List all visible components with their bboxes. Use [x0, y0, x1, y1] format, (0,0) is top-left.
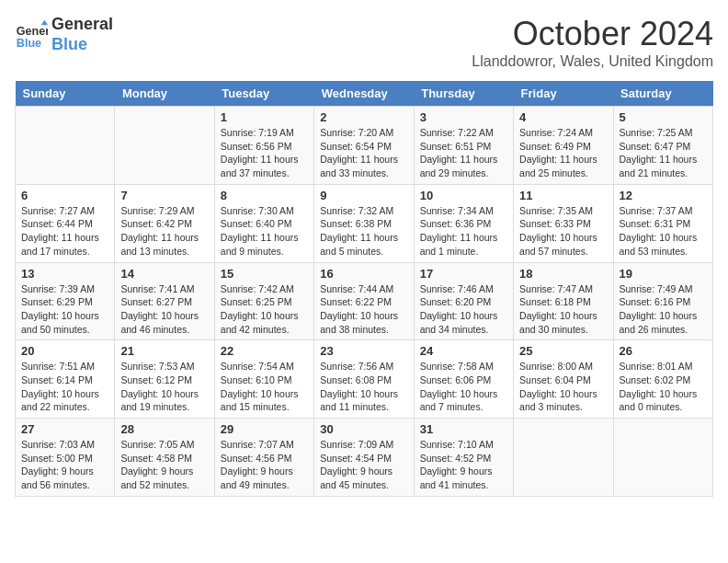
day-info: Sunrise: 7:24 AM Sunset: 6:49 PM Dayligh…: [519, 126, 607, 180]
day-cell: 14Sunrise: 7:41 AM Sunset: 6:27 PM Dayli…: [115, 262, 214, 340]
day-cell: 23Sunrise: 7:56 AM Sunset: 6:08 PM Dayli…: [314, 340, 414, 419]
day-number: 13: [21, 267, 108, 281]
day-info: Sunrise: 8:00 AM Sunset: 6:04 PM Dayligh…: [519, 360, 607, 414]
day-info: Sunrise: 7:41 AM Sunset: 6:27 PM Dayligh…: [120, 282, 208, 337]
day-header-thursday: Thursday: [414, 81, 513, 107]
day-number: 24: [420, 344, 507, 358]
day-info: Sunrise: 7:47 AM Sunset: 6:18 PM Dayligh…: [519, 282, 607, 337]
day-number: 17: [420, 267, 507, 281]
day-cell: [514, 419, 613, 497]
day-cell: 18Sunrise: 7:47 AM Sunset: 6:18 PM Dayli…: [514, 262, 613, 340]
day-info: Sunrise: 7:22 AM Sunset: 6:51 PM Dayligh…: [420, 126, 507, 180]
day-info: Sunrise: 7:20 AM Sunset: 6:54 PM Dayligh…: [320, 126, 407, 180]
day-info: Sunrise: 7:44 AM Sunset: 6:22 PM Dayligh…: [320, 282, 407, 337]
day-info: Sunrise: 7:09 AM Sunset: 4:54 PM Dayligh…: [320, 438, 407, 492]
day-number: 15: [221, 267, 308, 281]
day-cell: 27Sunrise: 7:03 AM Sunset: 5:00 PM Dayli…: [16, 419, 115, 497]
day-cell: [613, 419, 712, 497]
day-info: Sunrise: 7:32 AM Sunset: 6:38 PM Dayligh…: [320, 204, 407, 259]
day-info: Sunrise: 7:56 AM Sunset: 6:08 PM Dayligh…: [320, 360, 407, 414]
day-info: Sunrise: 7:10 AM Sunset: 4:52 PM Dayligh…: [420, 438, 507, 492]
day-number: 14: [120, 267, 208, 281]
day-cell: 30Sunrise: 7:09 AM Sunset: 4:54 PM Dayli…: [314, 419, 414, 497]
day-cell: 28Sunrise: 7:05 AM Sunset: 4:58 PM Dayli…: [115, 419, 214, 497]
day-cell: 15Sunrise: 7:42 AM Sunset: 6:25 PM Dayli…: [214, 262, 313, 340]
day-cell: 26Sunrise: 8:01 AM Sunset: 6:02 PM Dayli…: [613, 340, 712, 419]
logo: General Blue General Blue: [15, 15, 113, 54]
day-number: 29: [221, 422, 308, 436]
day-cell: 13Sunrise: 7:39 AM Sunset: 6:29 PM Dayli…: [16, 262, 115, 340]
day-header-tuesday: Tuesday: [214, 81, 313, 107]
logo-icon: General Blue: [15, 18, 48, 52]
day-info: Sunrise: 7:34 AM Sunset: 6:36 PM Dayligh…: [420, 204, 507, 259]
day-number: 11: [519, 189, 607, 202]
day-cell: 22Sunrise: 7:54 AM Sunset: 6:10 PM Dayli…: [214, 340, 313, 419]
day-info: Sunrise: 7:58 AM Sunset: 6:06 PM Dayligh…: [420, 360, 507, 414]
day-number: 6: [21, 189, 108, 202]
day-header-wednesday: Wednesday: [314, 81, 414, 107]
location: Llanddowror, Wales, United Kingdom: [472, 53, 713, 70]
day-info: Sunrise: 7:07 AM Sunset: 4:56 PM Dayligh…: [221, 438, 308, 492]
day-cell: 29Sunrise: 7:07 AM Sunset: 4:56 PM Dayli…: [214, 419, 313, 497]
day-cell: 10Sunrise: 7:34 AM Sunset: 6:36 PM Dayli…: [414, 184, 513, 262]
day-header-friday: Friday: [514, 81, 613, 107]
day-number: 4: [519, 110, 607, 124]
day-info: Sunrise: 7:39 AM Sunset: 6:29 PM Dayligh…: [21, 282, 108, 337]
day-cell: 16Sunrise: 7:44 AM Sunset: 6:22 PM Dayli…: [314, 262, 414, 340]
day-number: 25: [519, 344, 607, 358]
day-number: 26: [620, 344, 707, 358]
day-number: 10: [420, 189, 507, 202]
day-number: 12: [620, 189, 707, 202]
header-row: SundayMondayTuesdayWednesdayThursdayFrid…: [16, 81, 713, 107]
title-block: October 2024 Llanddowror, Wales, United …: [472, 15, 713, 70]
day-cell: 1Sunrise: 7:19 AM Sunset: 6:56 PM Daylig…: [214, 107, 313, 185]
day-cell: 25Sunrise: 8:00 AM Sunset: 6:04 PM Dayli…: [514, 340, 613, 419]
day-cell: 12Sunrise: 7:37 AM Sunset: 6:31 PM Dayli…: [613, 184, 712, 262]
day-cell: 2Sunrise: 7:20 AM Sunset: 6:54 PM Daylig…: [314, 107, 414, 185]
day-info: Sunrise: 7:51 AM Sunset: 6:14 PM Dayligh…: [21, 360, 108, 414]
day-info: Sunrise: 7:42 AM Sunset: 6:25 PM Dayligh…: [221, 282, 308, 337]
day-info: Sunrise: 7:27 AM Sunset: 6:44 PM Dayligh…: [21, 204, 108, 259]
day-info: Sunrise: 7:54 AM Sunset: 6:10 PM Dayligh…: [221, 360, 308, 414]
week-row-5: 27Sunrise: 7:03 AM Sunset: 5:00 PM Dayli…: [16, 419, 713, 497]
day-info: Sunrise: 7:03 AM Sunset: 5:00 PM Dayligh…: [21, 438, 108, 492]
day-number: 5: [620, 110, 707, 124]
day-info: Sunrise: 7:46 AM Sunset: 6:20 PM Dayligh…: [420, 282, 507, 337]
day-cell: 9Sunrise: 7:32 AM Sunset: 6:38 PM Daylig…: [314, 184, 414, 262]
day-cell: 21Sunrise: 7:53 AM Sunset: 6:12 PM Dayli…: [115, 340, 214, 419]
week-row-4: 20Sunrise: 7:51 AM Sunset: 6:14 PM Dayli…: [16, 340, 713, 419]
day-number: 9: [320, 189, 407, 202]
day-header-saturday: Saturday: [613, 81, 712, 107]
day-info: Sunrise: 7:25 AM Sunset: 6:47 PM Dayligh…: [620, 126, 707, 180]
day-number: 27: [21, 422, 108, 436]
day-number: 18: [519, 267, 607, 281]
day-cell: 5Sunrise: 7:25 AM Sunset: 6:47 PM Daylig…: [613, 107, 712, 185]
day-cell: [16, 107, 115, 185]
day-cell: 11Sunrise: 7:35 AM Sunset: 6:33 PM Dayli…: [514, 184, 613, 262]
day-number: 23: [320, 344, 407, 358]
day-cell: 24Sunrise: 7:58 AM Sunset: 6:06 PM Dayli…: [414, 340, 513, 419]
day-info: Sunrise: 7:37 AM Sunset: 6:31 PM Dayligh…: [620, 204, 707, 259]
svg-marker-2: [41, 19, 48, 24]
day-cell: 8Sunrise: 7:30 AM Sunset: 6:40 PM Daylig…: [214, 184, 313, 262]
day-number: 1: [221, 110, 308, 124]
day-number: 3: [420, 110, 507, 124]
day-info: Sunrise: 7:19 AM Sunset: 6:56 PM Dayligh…: [221, 126, 308, 180]
day-info: Sunrise: 7:53 AM Sunset: 6:12 PM Dayligh…: [120, 360, 208, 414]
day-number: 28: [120, 422, 208, 436]
day-info: Sunrise: 7:49 AM Sunset: 6:16 PM Dayligh…: [620, 282, 707, 337]
day-cell: 31Sunrise: 7:10 AM Sunset: 4:52 PM Dayli…: [414, 419, 513, 497]
day-number: 22: [221, 344, 308, 358]
day-number: 30: [320, 422, 407, 436]
day-info: Sunrise: 7:29 AM Sunset: 6:42 PM Dayligh…: [120, 204, 208, 259]
day-cell: 7Sunrise: 7:29 AM Sunset: 6:42 PM Daylig…: [115, 184, 214, 262]
day-number: 8: [221, 189, 308, 202]
day-number: 20: [21, 344, 108, 358]
day-info: Sunrise: 7:05 AM Sunset: 4:58 PM Dayligh…: [120, 438, 208, 492]
day-header-sunday: Sunday: [16, 81, 115, 107]
week-row-1: 1Sunrise: 7:19 AM Sunset: 6:56 PM Daylig…: [16, 107, 713, 185]
logo-general: General: [51, 15, 113, 35]
day-number: 2: [320, 110, 407, 124]
day-header-monday: Monday: [115, 81, 214, 107]
day-cell: 20Sunrise: 7:51 AM Sunset: 6:14 PM Dayli…: [16, 340, 115, 419]
